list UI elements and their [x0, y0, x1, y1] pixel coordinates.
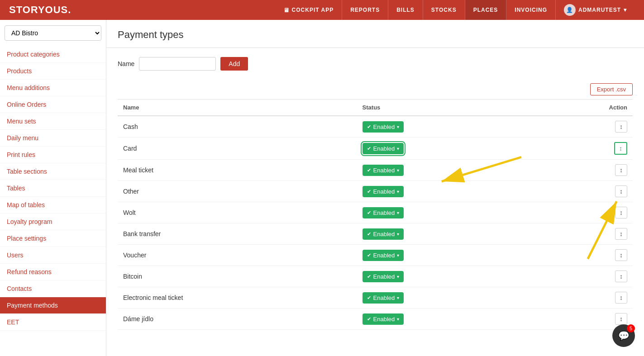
sidebar-item-menu-additions[interactable]: Menu additions	[0, 80, 106, 96]
page-title: Payment types	[118, 29, 633, 41]
sidebar-item-print-rules[interactable]: Print rules	[0, 147, 106, 163]
row-name: Electronic meal ticket	[118, 287, 357, 309]
table-row: Other✔ Enabled ▾↕	[118, 181, 633, 202]
row-status: ✔ Enabled ▾	[357, 266, 534, 287]
row-status: ✔ Enabled ▾	[357, 223, 534, 245]
action-button[interactable]: ↕	[615, 249, 627, 261]
enabled-badge[interactable]: ✔ Enabled ▾	[363, 143, 404, 154]
sidebar-item-users[interactable]: Users	[0, 247, 106, 264]
add-button[interactable]: Add	[220, 57, 248, 71]
table-row: Cash✔ Enabled ▾↕	[118, 116, 633, 138]
chat-button[interactable]: 💬 5	[612, 324, 635, 347]
action-button[interactable]: ↕	[615, 185, 627, 197]
row-name: Wolt	[118, 202, 357, 223]
chat-badge: 5	[627, 324, 635, 332]
sidebar-item-products[interactable]: Products	[0, 63, 106, 80]
enabled-badge[interactable]: ✔ Enabled ▾	[363, 271, 404, 282]
sidebar-item-table-sections[interactable]: Table sections	[0, 163, 106, 180]
row-action: ↕	[534, 181, 633, 202]
sidebar-item-map-of-tables[interactable]: Map of tables	[0, 197, 106, 214]
enabled-badge[interactable]: ✔ Enabled ▾	[363, 313, 404, 325]
row-name: Meal ticket	[118, 160, 357, 181]
row-name: Bank transfer	[118, 223, 357, 245]
nav-bills[interactable]: BILLS	[388, 0, 423, 20]
export-csv-button[interactable]: Export .csv	[590, 83, 633, 95]
sidebar: AD Bistro Product categoriesProductsMenu…	[0, 20, 106, 356]
place-select[interactable]: AD Bistro	[5, 25, 101, 41]
sidebar-item-eet[interactable]: EET	[0, 314, 106, 331]
enabled-badge[interactable]: ✔ Enabled ▾	[363, 121, 404, 133]
enabled-badge[interactable]: ✔ Enabled ▾	[363, 165, 404, 176]
row-name: Cash	[118, 116, 357, 138]
row-action: ↕	[534, 223, 633, 245]
enabled-badge[interactable]: ✔ Enabled ▾	[363, 186, 404, 197]
row-action: ↕	[534, 245, 633, 266]
nav-places[interactable]: PLACES	[465, 0, 507, 20]
enabled-badge[interactable]: ✔ Enabled ▾	[363, 228, 404, 240]
sidebar-item-daily-menu[interactable]: Daily menu	[0, 130, 106, 147]
main-header: Payment types	[106, 20, 644, 48]
row-status: ✔ Enabled ▾	[357, 160, 534, 181]
action-button[interactable]: ↕	[615, 292, 627, 304]
nav-cockpit[interactable]: 🖥 COCKPIT APP	[275, 0, 343, 20]
row-name: Card	[118, 138, 357, 160]
sidebar-item-product-categories[interactable]: Product categories	[0, 46, 106, 63]
enabled-badge[interactable]: ✔ Enabled ▾	[363, 207, 404, 218]
payment-types-table: Name Status Action Cash✔ Enabled ▾↕Card✔…	[118, 100, 633, 330]
row-action: ↕	[534, 160, 633, 181]
action-button[interactable]: ↕	[614, 142, 627, 155]
nav-reports[interactable]: REPORTS	[342, 0, 388, 20]
nav-stocks[interactable]: STOCKS	[423, 0, 465, 20]
sidebar-item-tables[interactable]: Tables	[0, 180, 106, 197]
action-button[interactable]: ↕	[615, 164, 627, 176]
row-action: ↕	[534, 287, 633, 309]
table-row: Meal ticket✔ Enabled ▾↕	[118, 160, 633, 181]
action-button[interactable]: ↕	[615, 271, 627, 282]
row-status: ✔ Enabled ▾	[357, 287, 534, 309]
row-name: Dáme jídlo	[118, 309, 357, 330]
table-row: Wolt✔ Enabled ▾↕	[118, 202, 633, 223]
row-action: ↕	[534, 202, 633, 223]
nav-right: 🖥 COCKPIT APP REPORTS BILLS STOCKS PLACE…	[275, 0, 635, 20]
name-label: Name	[118, 60, 134, 67]
sidebar-item-place-settings[interactable]: Place settings	[0, 230, 106, 247]
row-action: ↕	[534, 266, 633, 287]
chat-icon: 💬	[618, 330, 630, 341]
cockpit-icon: 🖥	[283, 7, 290, 14]
enabled-badge[interactable]: ✔ Enabled ▾	[363, 292, 404, 304]
table-row: Dáme jídlo✔ Enabled ▾↕	[118, 309, 633, 330]
action-button[interactable]: ↕	[615, 313, 627, 325]
chevron-down-icon: ▾	[624, 7, 627, 13]
row-action: ↕	[534, 116, 633, 138]
row-name: Bitcoin	[118, 266, 357, 287]
table-row: Card✔ Enabled ▾↕	[118, 138, 633, 160]
user-menu[interactable]: 👤 ADMARUTEST ▾	[556, 0, 635, 20]
row-status: ✔ Enabled ▾	[357, 309, 534, 330]
name-input[interactable]	[139, 57, 216, 71]
row-name: Voucher	[118, 245, 357, 266]
sidebar-item-refund-reasons[interactable]: Refund reasons	[0, 264, 106, 280]
action-button[interactable]: ↕	[615, 207, 627, 218]
avatar: 👤	[564, 4, 576, 16]
row-status: ✔ Enabled ▾	[357, 116, 534, 138]
action-button[interactable]: ↕	[615, 228, 627, 240]
nav-invoicing[interactable]: INVOICING	[506, 0, 556, 20]
sidebar-item-online-orders[interactable]: Online Orders	[0, 96, 106, 113]
sidebar-item-menu-sets[interactable]: Menu sets	[0, 113, 106, 130]
col-name: Name	[118, 100, 357, 116]
row-status: ✔ Enabled ▾	[357, 181, 534, 202]
row-action: ↕	[534, 138, 633, 160]
col-action: Action	[534, 100, 633, 116]
row-status: ✔ Enabled ▾	[357, 245, 534, 266]
table-row: Bank transfer✔ Enabled ▾↕	[118, 223, 633, 245]
logo: STORYOUS.	[9, 4, 71, 16]
sidebar-item-loyalty-program[interactable]: Loyalty program	[0, 214, 106, 230]
sidebar-item-contacts[interactable]: Contacts	[0, 280, 106, 297]
action-button[interactable]: ↕	[615, 121, 627, 133]
sidebar-item-payment-methods[interactable]: Payment methods	[0, 297, 106, 314]
col-status: Status	[357, 100, 534, 116]
enabled-badge[interactable]: ✔ Enabled ▾	[363, 250, 404, 261]
top-nav: STORYOUS. 🖥 COCKPIT APP REPORTS BILLS ST…	[0, 0, 644, 20]
table-row: Voucher✔ Enabled ▾↕	[118, 245, 633, 266]
row-status: ✔ Enabled ▾	[357, 138, 534, 160]
